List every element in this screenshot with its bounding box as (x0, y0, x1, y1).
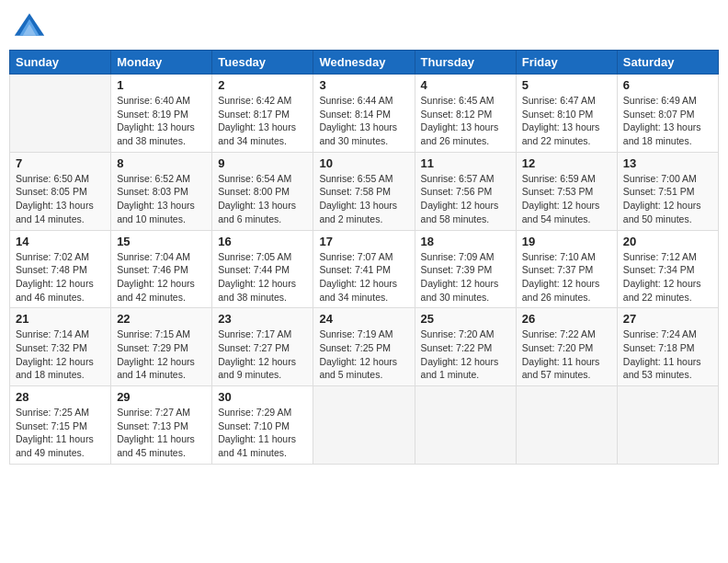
day-info: Sunrise: 7:22 AMSunset: 7:20 PMDaylight:… (522, 327, 611, 382)
day-number: 5 (522, 78, 611, 92)
calendar-week-row: 1Sunrise: 6:40 AMSunset: 8:19 PMDaylight… (10, 75, 719, 153)
day-info: Sunrise: 7:19 AMSunset: 7:25 PMDaylight:… (319, 327, 408, 382)
logo-icon (13, 9, 46, 42)
day-info: Sunrise: 7:20 AMSunset: 7:22 PMDaylight:… (421, 327, 510, 382)
day-number: 2 (218, 78, 307, 92)
day-number: 3 (319, 78, 408, 92)
day-number: 13 (623, 156, 712, 170)
calendar-cell: 15Sunrise: 7:04 AMSunset: 7:46 PMDayligh… (111, 230, 212, 308)
calendar-cell (10, 75, 111, 153)
day-number: 15 (117, 235, 206, 248)
day-info: Sunrise: 6:57 AMSunset: 7:56 PMDaylight:… (421, 172, 510, 226)
calendar-cell: 28Sunrise: 7:25 AMSunset: 7:15 PMDayligh… (10, 386, 111, 465)
calendar-header-sunday: Sunday (10, 51, 111, 75)
day-number: 18 (421, 235, 510, 248)
calendar-header-monday: Monday (111, 51, 212, 75)
calendar-cell: 29Sunrise: 7:27 AMSunset: 7:13 PMDayligh… (111, 386, 212, 465)
day-number: 23 (218, 312, 307, 326)
day-number: 11 (421, 156, 510, 170)
calendar-cell: 19Sunrise: 7:10 AMSunset: 7:37 PMDayligh… (516, 230, 617, 308)
day-info: Sunrise: 6:59 AMSunset: 7:53 PMDaylight:… (522, 172, 611, 226)
calendar-table: SundayMondayTuesdayWednesdayThursdayFrid… (9, 50, 719, 465)
day-number: 10 (319, 156, 408, 170)
logo (13, 9, 50, 42)
day-number: 27 (623, 312, 712, 326)
day-info: Sunrise: 6:44 AMSunset: 8:14 PMDaylight:… (319, 94, 408, 148)
day-info: Sunrise: 7:14 AMSunset: 7:32 PMDaylight:… (16, 327, 105, 382)
calendar-cell: 24Sunrise: 7:19 AMSunset: 7:25 PMDayligh… (313, 308, 415, 386)
day-number: 4 (421, 78, 510, 92)
calendar-cell: 11Sunrise: 6:57 AMSunset: 7:56 PMDayligh… (415, 152, 516, 230)
calendar-week-row: 21Sunrise: 7:14 AMSunset: 7:32 PMDayligh… (10, 308, 719, 386)
day-number: 17 (319, 235, 408, 248)
day-number: 26 (522, 312, 611, 326)
calendar-cell: 8Sunrise: 6:52 AMSunset: 8:03 PMDaylight… (111, 152, 212, 230)
day-number: 24 (319, 312, 408, 326)
day-number: 19 (522, 235, 611, 248)
calendar-cell: 14Sunrise: 7:02 AMSunset: 7:48 PMDayligh… (10, 230, 111, 308)
calendar-cell: 26Sunrise: 7:22 AMSunset: 7:20 PMDayligh… (516, 308, 617, 386)
day-info: Sunrise: 7:04 AMSunset: 7:46 PMDaylight:… (117, 250, 206, 304)
day-info: Sunrise: 7:07 AMSunset: 7:41 PMDaylight:… (319, 250, 408, 304)
day-number: 8 (117, 156, 206, 170)
calendar-cell: 7Sunrise: 6:50 AMSunset: 8:05 PMDaylight… (10, 152, 111, 230)
calendar-cell (415, 386, 516, 465)
calendar-cell: 16Sunrise: 7:05 AMSunset: 7:44 PMDayligh… (212, 230, 313, 308)
calendar-week-row: 14Sunrise: 7:02 AMSunset: 7:48 PMDayligh… (10, 230, 719, 308)
calendar-cell: 17Sunrise: 7:07 AMSunset: 7:41 PMDayligh… (313, 230, 415, 308)
day-info: Sunrise: 7:00 AMSunset: 7:51 PMDaylight:… (623, 172, 712, 226)
day-info: Sunrise: 7:29 AMSunset: 7:10 PMDaylight:… (218, 406, 307, 460)
day-info: Sunrise: 7:12 AMSunset: 7:34 PMDaylight:… (623, 250, 712, 304)
day-info: Sunrise: 6:54 AMSunset: 8:00 PMDaylight:… (218, 172, 307, 226)
day-info: Sunrise: 6:47 AMSunset: 8:10 PMDaylight:… (522, 94, 611, 148)
calendar-cell: 18Sunrise: 7:09 AMSunset: 7:39 PMDayligh… (415, 230, 516, 308)
calendar-week-row: 7Sunrise: 6:50 AMSunset: 8:05 PMDaylight… (10, 152, 719, 230)
day-number: 1 (117, 78, 206, 92)
day-info: Sunrise: 7:15 AMSunset: 7:29 PMDaylight:… (117, 327, 206, 382)
day-info: Sunrise: 6:55 AMSunset: 7:58 PMDaylight:… (319, 172, 408, 226)
day-number: 30 (218, 390, 307, 404)
calendar-cell (516, 386, 617, 465)
day-info: Sunrise: 6:49 AMSunset: 8:07 PMDaylight:… (623, 94, 712, 148)
calendar-header-friday: Friday (516, 51, 617, 75)
day-info: Sunrise: 7:17 AMSunset: 7:27 PMDaylight:… (218, 327, 307, 382)
calendar-cell: 5Sunrise: 6:47 AMSunset: 8:10 PMDaylight… (516, 75, 617, 153)
calendar-cell: 4Sunrise: 6:45 AMSunset: 8:12 PMDaylight… (415, 75, 516, 153)
calendar-header-tuesday: Tuesday (212, 51, 313, 75)
day-info: Sunrise: 7:10 AMSunset: 7:37 PMDaylight:… (522, 250, 611, 304)
calendar-cell: 22Sunrise: 7:15 AMSunset: 7:29 PMDayligh… (111, 308, 212, 386)
day-info: Sunrise: 6:42 AMSunset: 8:17 PMDaylight:… (218, 94, 307, 148)
calendar-cell: 1Sunrise: 6:40 AMSunset: 8:19 PMDaylight… (111, 75, 212, 153)
calendar-cell: 25Sunrise: 7:20 AMSunset: 7:22 PMDayligh… (415, 308, 516, 386)
day-info: Sunrise: 6:50 AMSunset: 8:05 PMDaylight:… (16, 172, 105, 226)
day-info: Sunrise: 6:52 AMSunset: 8:03 PMDaylight:… (117, 172, 206, 226)
day-number: 7 (16, 156, 105, 170)
day-number: 28 (16, 390, 105, 404)
calendar-cell: 10Sunrise: 6:55 AMSunset: 7:58 PMDayligh… (313, 152, 415, 230)
calendar-cell: 21Sunrise: 7:14 AMSunset: 7:32 PMDayligh… (10, 308, 111, 386)
day-number: 22 (117, 312, 206, 326)
day-number: 25 (421, 312, 510, 326)
calendar-header-saturday: Saturday (617, 51, 718, 75)
day-info: Sunrise: 7:09 AMSunset: 7:39 PMDaylight:… (421, 250, 510, 304)
day-number: 20 (623, 235, 712, 248)
calendar-cell: 12Sunrise: 6:59 AMSunset: 7:53 PMDayligh… (516, 152, 617, 230)
calendar-header-row: SundayMondayTuesdayWednesdayThursdayFrid… (10, 51, 719, 75)
day-info: Sunrise: 7:27 AMSunset: 7:13 PMDaylight:… (117, 406, 206, 460)
calendar-cell: 9Sunrise: 6:54 AMSunset: 8:00 PMDaylight… (212, 152, 313, 230)
calendar-cell: 13Sunrise: 7:00 AMSunset: 7:51 PMDayligh… (617, 152, 718, 230)
day-number: 29 (117, 390, 206, 404)
day-number: 21 (16, 312, 105, 326)
calendar-cell (617, 386, 718, 465)
page-header (9, 9, 719, 42)
day-number: 6 (623, 78, 712, 92)
day-number: 12 (522, 156, 611, 170)
calendar-cell: 20Sunrise: 7:12 AMSunset: 7:34 PMDayligh… (617, 230, 718, 308)
calendar-cell: 23Sunrise: 7:17 AMSunset: 7:27 PMDayligh… (212, 308, 313, 386)
calendar-cell: 27Sunrise: 7:24 AMSunset: 7:18 PMDayligh… (617, 308, 718, 386)
day-number: 16 (218, 235, 307, 248)
calendar-week-row: 28Sunrise: 7:25 AMSunset: 7:15 PMDayligh… (10, 386, 719, 465)
calendar-header-wednesday: Wednesday (313, 51, 415, 75)
day-number: 14 (16, 235, 105, 248)
calendar-cell (313, 386, 415, 465)
